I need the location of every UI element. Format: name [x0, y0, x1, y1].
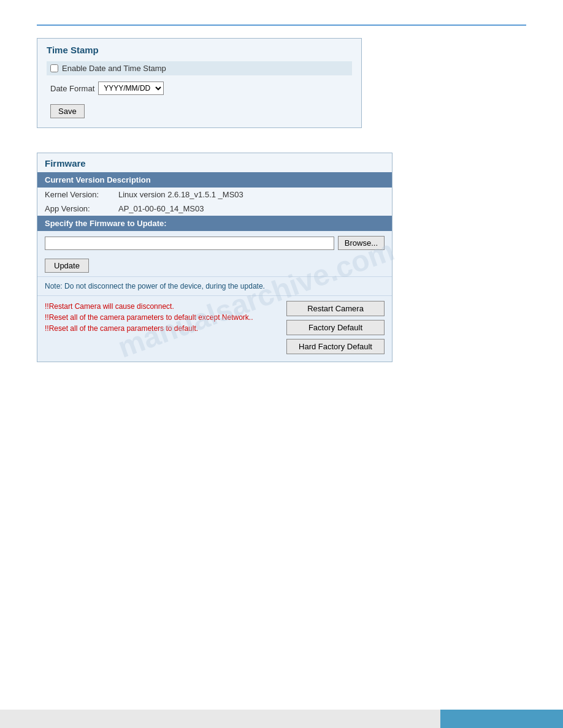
enable-timestamp-label: Enable Date and Time Stamp: [62, 64, 166, 73]
enable-timestamp-checkbox[interactable]: [50, 64, 58, 72]
firmware-title: Firmware: [37, 153, 392, 172]
warnings-block: !!Restart Camera will cause disconnect. …: [45, 301, 286, 354]
date-format-select[interactable]: YYYY/MM/DD MM/DD/YYYY DD/MM/YYYY: [98, 82, 164, 95]
action-area: !!Restart Camera will cause disconnect. …: [37, 296, 392, 362]
enable-timestamp-row: Enable Date and Time Stamp: [47, 61, 352, 75]
specify-header: Specify the Firmware to Update:: [37, 216, 392, 231]
browse-button[interactable]: Browse...: [338, 236, 385, 250]
warning1: !!Restart Camera will cause disconnect.: [45, 301, 286, 312]
factory-default-button[interactable]: Factory Default: [286, 320, 385, 335]
bottom-bar: [0, 710, 563, 728]
timestamp-title: Time Stamp: [47, 45, 352, 55]
kernel-value: Linux version 2.6.18_v1.5.1 _MS03: [118, 190, 243, 199]
timestamp-section: Time Stamp Enable Date and Time Stamp Da…: [37, 38, 362, 128]
current-version-header: Current Version Description: [37, 172, 392, 188]
action-buttons: Restart Camera Factory Default Hard Fact…: [286, 301, 385, 354]
kernel-label: Kernel Version:: [45, 190, 118, 199]
firmware-file-row: Browse...: [37, 231, 392, 255]
warning3: !!Reset all of the camera parameters to …: [45, 323, 286, 334]
firmware-section: Firmware Current Version Description Ker…: [37, 153, 393, 362]
update-button[interactable]: Update: [45, 259, 89, 273]
warning2: !!Reset all of the camera parameters to …: [45, 312, 286, 323]
date-format-label: Date Format: [50, 84, 94, 93]
bottom-bar-accent: [440, 710, 563, 728]
note-text: Note: Do not disconnect the power of the…: [37, 276, 392, 296]
app-row: App Version: AP_01-00-60_14_MS03: [37, 202, 392, 216]
hard-factory-default-button[interactable]: Hard Factory Default: [286, 339, 385, 354]
save-button[interactable]: Save: [50, 104, 85, 118]
app-label: App Version:: [45, 204, 118, 213]
firmware-file-input[interactable]: [45, 237, 334, 250]
date-format-row: Date Format YYYY/MM/DD MM/DD/YYYY DD/MM/…: [47, 82, 352, 95]
app-value: AP_01-00-60_14_MS03: [118, 204, 204, 213]
update-row: Update: [37, 255, 392, 276]
kernel-row: Kernel Version: Linux version 2.6.18_v1.…: [37, 188, 392, 202]
restart-camera-button[interactable]: Restart Camera: [286, 301, 385, 316]
